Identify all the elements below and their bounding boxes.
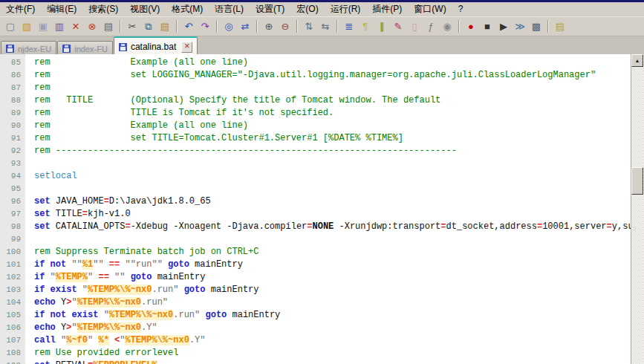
macro-stop-icon[interactable]: ■ xyxy=(480,19,495,34)
zoom-in-icon[interactable]: ⊕ xyxy=(261,19,276,34)
file-monitor-icon[interactable]: ◉ xyxy=(440,19,455,34)
menu-item-label: 语言(L) xyxy=(215,4,244,14)
tab-index-FU[interactable]: index-FU xyxy=(57,41,113,56)
cut-icon[interactable]: ✂ xyxy=(125,19,140,34)
undo-icon[interactable]: ↶ xyxy=(181,19,196,34)
code-segment: goto xyxy=(205,310,227,320)
menu-item-window[interactable]: 窗口(W) xyxy=(408,1,452,18)
document-map-icon[interactable]: ▯ xyxy=(407,19,422,34)
indent-guide-icon[interactable]: ∥ xyxy=(374,19,389,34)
macro-record-icon[interactable]: ● xyxy=(464,19,478,34)
code-segment: %~f0 xyxy=(66,335,88,345)
sync-vertical-scroll-icon[interactable]: ⇅ xyxy=(302,19,316,34)
toolbar-separator xyxy=(296,20,298,33)
text-editor[interactable]: 85 rem Example (all one line) 86 rem set… xyxy=(0,56,644,364)
redo-icon[interactable]: ↷ xyxy=(198,19,212,34)
menu-item-label: 运行(R) xyxy=(331,4,361,14)
code-line[interactable]: 97 set TITLE=kjh-v1.0 xyxy=(0,208,644,221)
code-line[interactable]: 106 echo Y>"%TEMP%\%~nx0.Y" xyxy=(0,322,644,334)
line-number: 93 xyxy=(0,157,25,170)
code-segment xyxy=(77,285,82,295)
tab-close-icon[interactable]: ✕ xyxy=(181,42,192,53)
sync-horizontal-scroll-icon[interactable]: ⇆ xyxy=(318,19,333,34)
code-segment: -Xdebug -Xnoagent -Djava.compiler xyxy=(131,221,308,232)
line-number: 103 xyxy=(0,284,25,296)
code-line[interactable]: 105 if not exist "%TEMP%\%~nx0.run" goto… xyxy=(0,309,644,322)
close-icon[interactable]: ✕ xyxy=(68,19,83,34)
show-all-characters-icon[interactable]: ¶ xyxy=(358,19,373,34)
code-line[interactable]: 90 rem Example (all one line) xyxy=(0,120,644,132)
find-icon[interactable]: ◎ xyxy=(221,19,236,34)
replace-icon[interactable]: ⇄ xyxy=(238,19,253,34)
code-segment: %TEMP%\%~nx0 xyxy=(125,335,189,345)
menu-item-plugins[interactable]: 插件(P) xyxy=(366,1,408,18)
toolbar-separator xyxy=(176,20,178,33)
code-line[interactable]: 104 echo Y>"%TEMP%\%~nx0.run" xyxy=(0,296,644,309)
menu-item-file[interactable]: 文件(F) xyxy=(0,1,41,18)
line-number: 89 xyxy=(0,107,25,120)
menu-item-label: ? xyxy=(458,4,464,14)
scroll-up-arrow-icon[interactable]: ▲ xyxy=(631,54,643,67)
menu-item-settings[interactable]: 设置(T) xyxy=(250,1,290,18)
menu-item-run[interactable]: 运行(R) xyxy=(325,1,367,18)
code-segment: set xyxy=(34,221,51,232)
copy-icon[interactable]: ⧉ xyxy=(141,19,156,34)
menu-item-macro[interactable]: 宏(O) xyxy=(290,1,324,18)
menu-item-language[interactable]: 语言(L) xyxy=(209,1,250,18)
code-line[interactable]: 103 if exist "%TEMP%\%~nx0.run" goto mai… xyxy=(0,284,644,296)
menu-bar: 文件(F) 编辑(E) 搜索(S) 视图(V) 格式(M) 语言(L) 设置(T… xyxy=(0,2,644,16)
macro-play-icon[interactable]: ▶ xyxy=(496,19,511,34)
code-line[interactable]: 94 setlocal xyxy=(0,170,644,183)
code-line[interactable]: 87 rem xyxy=(0,82,644,94)
code-segment: echo xyxy=(34,322,56,333)
code-line[interactable]: 93 xyxy=(0,157,644,170)
zoom-out-icon[interactable]: ⊖ xyxy=(278,19,293,34)
function-list-icon[interactable]: ƒ xyxy=(423,19,438,34)
code-line[interactable]: 109 set RETVAL=%ERRORLEVEL% xyxy=(0,360,644,364)
user-defined-dialog-icon[interactable]: ✎ xyxy=(391,19,406,34)
save-icon[interactable]: ▣ xyxy=(36,19,51,34)
paste-icon[interactable]: ▤ xyxy=(157,19,172,34)
menu-item-help[interactable]: ? xyxy=(452,2,469,16)
code-text: rem set LOGGING_MANAGER="-Djava.util.log… xyxy=(25,69,644,82)
code-segment: rem ------------------------------------… xyxy=(34,146,457,156)
menu-item-edit[interactable]: 编辑(E) xyxy=(41,1,82,18)
code-line[interactable]: 95 xyxy=(0,183,644,195)
vertical-scrollbar[interactable]: ▲ xyxy=(631,54,644,364)
code-segment: rem xyxy=(34,82,51,93)
editor-pane[interactable]: 85 rem Example (all one line) 86 rem set… xyxy=(0,54,644,364)
code-segment: rem Example (all one line) xyxy=(34,57,248,68)
print-now-icon[interactable]: ▤ xyxy=(553,19,567,34)
code-line[interactable]: 100 rem Suppress Terminate batch job on … xyxy=(0,246,644,259)
open-folder-icon[interactable]: ▧ xyxy=(19,19,34,34)
code-line[interactable]: 88 rem TITLE (Optional) Specify the titl… xyxy=(0,94,644,107)
code-line[interactable]: 108 rem Use provided errorlevel xyxy=(0,347,644,360)
tab-njdex-EU[interactable]: njdex-EU xyxy=(1,41,56,56)
menu-item-search[interactable]: 搜索(S) xyxy=(82,1,124,18)
menu-item-format[interactable]: 格式(M) xyxy=(166,1,209,18)
code-line[interactable]: 86 rem set LOGGING_MANAGER="-Djava.util.… xyxy=(0,69,644,82)
new-file-icon[interactable]: ▢ xyxy=(3,19,18,34)
close-all-icon[interactable]: ⊗ xyxy=(85,19,100,34)
code-line[interactable]: 85 rem Example (all one line) xyxy=(0,56,644,69)
code-line[interactable]: 99 xyxy=(0,233,644,246)
menu-item-view[interactable]: 视图(V) xyxy=(124,1,166,18)
print-icon[interactable]: ▤ xyxy=(101,19,116,34)
code-line[interactable]: 96 set JAVA_HOME=D:\Java\jdk1.8.0_65 xyxy=(0,195,644,208)
code-segment: setlocal xyxy=(34,171,77,181)
tab-label: catalina.bat xyxy=(131,42,176,52)
line-number: 85 xyxy=(0,56,25,69)
word-wrap-icon[interactable]: ≣ xyxy=(342,19,357,34)
code-line[interactable]: 101 if not ""%1"" == ""run"" goto mainEn… xyxy=(0,259,644,271)
code-line[interactable]: 91 rem set TITLE=Tomcat.Cluster#1.Server… xyxy=(0,132,644,145)
save-all-icon[interactable]: ▥ xyxy=(52,19,67,34)
macro-save-icon[interactable]: ▩ xyxy=(529,19,544,34)
code-line[interactable]: 102 if "%TEMP%" == "" goto mainEntry xyxy=(0,271,644,284)
scrollbar-thumb[interactable] xyxy=(631,167,643,195)
code-line[interactable]: 92 rem ---------------------------------… xyxy=(0,145,644,157)
tab-catalina.bat[interactable]: catalina.bat ✕ xyxy=(114,36,198,56)
macro-run-multiple-icon[interactable]: ≫ xyxy=(513,19,527,34)
code-line[interactable]: 98 set CATALINA_OPTS=-Xdebug -Xnoagent -… xyxy=(0,221,644,233)
code-line[interactable]: 89 rem TITLE is Tomcat if it's not speci… xyxy=(0,107,644,120)
code-line[interactable]: 107 call "%~f0" %* <"%TEMP%\%~nx0.Y" xyxy=(0,334,644,347)
